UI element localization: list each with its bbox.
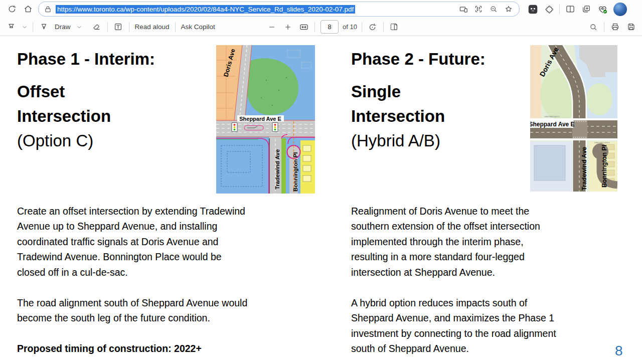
zoom-out-icon [489, 5, 498, 14]
extensions-puzzle-icon [544, 4, 554, 14]
phase1-title-line: Intersection [17, 104, 111, 128]
phase1-heading: Phase 1 - Interim: [17, 49, 155, 69]
text-line: resulting in a more standard four-legged [351, 249, 624, 264]
collections-button[interactable] [578, 2, 594, 17]
phase2-subtitle: (Hybrid A/B) [351, 128, 445, 153]
text-line: south of Sheppard Avenue. [351, 341, 624, 356]
qr-code-button[interactable] [471, 3, 486, 16]
phase2-description: Realignment of Doris Avenue to meet the … [351, 204, 624, 356]
pdf-right-tools [585, 18, 639, 36]
highlight-button[interactable] [3, 20, 19, 35]
collections-icon [581, 4, 591, 14]
phase2-title: Single Intersection (Hybrid A/B) [351, 79, 445, 153]
search-document-button[interactable] [585, 20, 601, 35]
construction-timing-line: Proposed timing of construction: 2022+ [17, 341, 328, 356]
phase1-title-line: Offset [17, 79, 111, 104]
rotate-button[interactable] [365, 20, 381, 35]
rotate-icon [370, 24, 376, 30]
add-text-button[interactable] [110, 20, 126, 35]
highlighter-icon [7, 22, 16, 32]
devices-icon [459, 5, 468, 14]
text-line: Tradewind Avenue. Bonnington Place would… [17, 249, 328, 264]
text-tool-icon [113, 22, 123, 32]
phase2-heading: Phase 2 - Future: [351, 49, 486, 69]
toolbar-divider [383, 22, 384, 32]
zoom-level-button[interactable] [486, 3, 501, 16]
phase1-subtitle: (Option C) [17, 128, 111, 153]
send-to-devices-button[interactable] [456, 3, 471, 16]
text-line: Realignment of Doris Avenue to meet the [351, 204, 624, 219]
chevron-down-icon [22, 24, 28, 30]
qr-code-icon [477, 8, 480, 11]
text-line: The road alignment south of Sheppard Ave… [17, 295, 328, 310]
browser-essentials-button[interactable] [594, 2, 610, 17]
address-bar[interactable]: https://www.toronto.ca/wp-content/upload… [38, 2, 520, 17]
read-aloud-button[interactable]: Read aloud [132, 23, 173, 31]
zoom-in-button[interactable] [280, 20, 296, 35]
bonnington-pl-label: Bonnington Pl [601, 145, 608, 188]
print-button[interactable] [607, 20, 623, 35]
browser-toolbar: https://www.toronto.ca/wp-content/upload… [0, 0, 642, 18]
phase2-map-image: SHEPPARD AVE E SHEPPARD AVE E Sheppard A… [530, 45, 617, 192]
page-view-icon [389, 22, 399, 32]
split-screen-icon [565, 4, 575, 14]
fit-to-width-button[interactable] [296, 20, 312, 35]
toolbar-divider [559, 4, 560, 14]
slide-page-number: 8 [615, 343, 623, 359]
phase1-map-image: Sheppard Ave E Doris Ave Tradewind Ave B… [216, 45, 315, 194]
page-number-input[interactable]: 8 [320, 20, 339, 34]
url-text[interactable]: https://www.toronto.ca/wp-content/upload… [56, 5, 355, 14]
draw-button[interactable] [36, 20, 52, 35]
text-line: Avenue up to Sheppard Avenue, and instal… [17, 219, 328, 234]
extension-button[interactable] [525, 2, 541, 17]
text-line: implemented through the interim phase, [351, 234, 624, 249]
phase1-title: Offset Intersection (Option C) [17, 79, 111, 153]
text-line: southern extension of the offset interse… [351, 219, 624, 234]
sheppard-ave-label: Sheppard Ave E [530, 121, 575, 128]
toolbar-divider [107, 22, 108, 32]
ask-copilot-button[interactable]: Ask Copilot [178, 23, 218, 31]
split-screen-button[interactable] [562, 2, 578, 17]
draw-menu-button[interactable] [74, 20, 85, 35]
sheppard-ave-label: Sheppard Ave E [239, 116, 281, 122]
home-icon [23, 4, 33, 14]
extensions-button[interactable] [541, 2, 557, 17]
text-line: intersection at Sheppard Avenue. [351, 265, 624, 280]
eraser-icon [92, 22, 101, 32]
page-view-button[interactable] [386, 20, 402, 35]
draw-label[interactable]: Draw [52, 23, 74, 31]
print-icon [610, 22, 620, 32]
pen-icon [39, 22, 49, 32]
phase1-description: Create an offset intersection by extendi… [17, 204, 328, 356]
erase-button[interactable] [89, 20, 105, 35]
save-button[interactable] [623, 20, 639, 35]
toolbar-divider [175, 22, 176, 32]
text-line: become the south leg of the future condi… [17, 310, 328, 325]
refresh-icon [7, 4, 17, 14]
tradewind-ave-label: Tradewind Ave [274, 149, 280, 190]
chevron-down-icon [76, 24, 82, 30]
tradewind-ave-label: Tradewind Ave [581, 147, 588, 191]
highlight-menu-button[interactable] [19, 20, 30, 35]
favorites-button[interactable] [501, 3, 516, 16]
pdf-center-tools: 8 of 10 [264, 18, 402, 36]
text-line: Sheppard Avenue, and maximizes the Phase… [351, 310, 624, 325]
svg-text:SHEPPARD AVE E: SHEPPARD AVE E [594, 142, 610, 144]
text-line: investment by connecting to the road ali… [351, 326, 624, 341]
svg-text:SHEPPARD AVE E: SHEPPARD AVE E [544, 116, 560, 118]
home-button[interactable] [20, 2, 36, 17]
profile-avatar[interactable] [613, 3, 627, 16]
toolbar-divider [129, 22, 129, 32]
pdf-page: Phase 1 - Interim: Offset Intersection (… [0, 36, 642, 364]
bonnington-pl-label: Bonnington Pl [292, 152, 298, 192]
toolbar-divider [33, 22, 33, 32]
page-count-label: of 10 [343, 23, 357, 31]
zoom-out-button[interactable] [264, 20, 280, 35]
refresh-button[interactable] [4, 2, 20, 17]
toolbar-divider [362, 22, 362, 32]
pdf-toolbar: Draw Read aloud Ask Copilot 8 of 10 [0, 18, 642, 36]
text-line: A hybrid option reduces impacts south of [351, 295, 624, 310]
lock-icon [44, 5, 52, 14]
toolbar-divider [604, 22, 604, 32]
phase2-title-line: Intersection [351, 104, 445, 128]
